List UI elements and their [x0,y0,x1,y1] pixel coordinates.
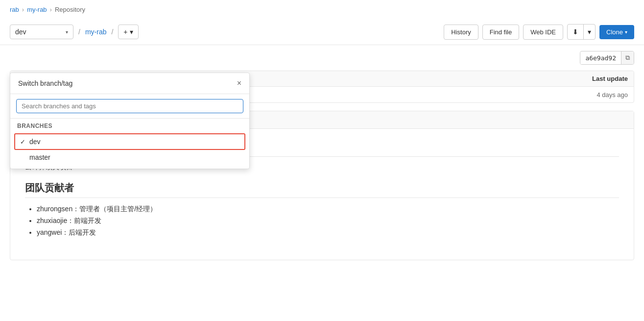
web-ide-button[interactable]: Web IDE [523,25,563,40]
readme-contributors-list: zhurongsen：管理者（项目主管/经理） zhuxiaojie：前端开发 … [25,205,619,237]
list-item: zhuxiaojie：前端开发 [37,217,619,225]
branch-dropdown: Switch branch/tag × Branches ✓ dev maste… [10,73,250,169]
branch-list: ✓ dev master [10,131,249,169]
add-button[interactable]: + ▾ [118,25,138,39]
clone-button[interactable]: Clone ▾ [599,25,634,39]
branch-item-master[interactable]: master [14,150,245,165]
clone-chevron-icon: ▾ [625,29,627,35]
copy-hash-button[interactable]: ⧉ [621,51,634,64]
commit-hash-container: a6e9ad92 ⧉ [580,51,634,65]
breadcrumb-sep-1: › [22,6,24,13]
list-item: zhurongsen：管理者（项目主管/经理） [37,205,619,214]
commit-area: a6e9ad92 ⧉ [10,45,634,71]
readme-contributors-title: 团队贡献者 [25,181,619,198]
commit-hash-text: a6e9ad92 [580,52,621,64]
list-item: yangwei：后端开发 [37,228,619,237]
checkmark-icon: ✓ [20,138,25,146]
toolbar-right: History Find file Web IDE ⬇ ▾ Clone ▾ [444,24,634,40]
download-icon[interactable]: ⬇ [568,25,584,39]
clone-label: Clone [606,28,623,36]
search-input[interactable] [16,99,243,113]
add-chevron-icon: ▾ [130,28,133,36]
history-button[interactable]: History [444,25,478,40]
path-my-rab[interactable]: my-rab [85,28,107,36]
path-separator: / [78,28,80,36]
branch-selector[interactable]: dev ▾ [10,25,73,39]
breadcrumb-rab[interactable]: rab [10,6,19,13]
branch-item-dev[interactable]: ✓ dev [14,133,245,150]
dropdown-header: Switch branch/tag × [10,73,249,94]
branches-section-label: Branches [10,119,249,131]
file-time-readme: 4 days ago [596,91,628,99]
chevron-down-icon: ▾ [66,29,68,35]
breadcrumb-my-rab[interactable]: my-rab [27,6,47,13]
main-content: Switch branch/tag × Branches ✓ dev maste… [0,45,644,260]
branch-name-dev: dev [29,138,41,146]
dropdown-popup: Switch branch/tag × Branches ✓ dev maste… [10,73,250,169]
download-button[interactable]: ⬇ ▾ [567,24,596,40]
dropdown-title: Switch branch/tag [18,79,72,87]
breadcrumb-sep-2: › [50,6,52,13]
close-icon[interactable]: × [237,79,241,88]
path-separator-2: / [111,28,113,36]
breadcrumb-current: Repository [55,6,85,13]
branch-name-master: master [29,153,50,161]
find-file-button[interactable]: Find file [482,25,520,40]
breadcrumb: rab › my-rab › Repository [0,0,644,19]
dropdown-search-area [10,94,249,119]
toolbar: dev ▾ / my-rab / + ▾ History Find file W… [0,19,644,45]
branch-label: dev [15,28,26,36]
add-icon: + [123,28,127,36]
download-chevron-icon[interactable]: ▾ [584,25,595,39]
last-update-header: Last update [592,75,628,82]
